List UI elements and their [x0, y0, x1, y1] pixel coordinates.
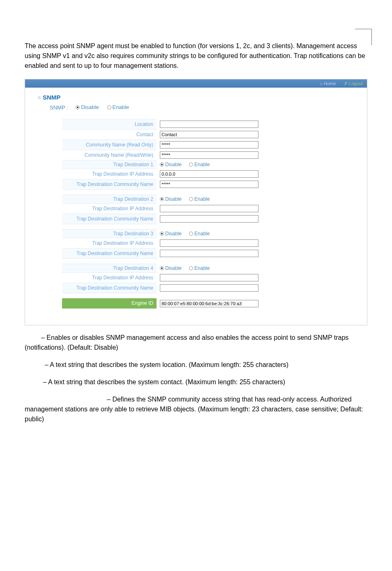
engine-id-input[interactable]: [160, 300, 258, 307]
location-label: Location: [62, 119, 157, 129]
desc-comm-ro: – Defines the SNMP community access stri…: [25, 395, 367, 424]
radio-icon: [160, 232, 164, 236]
radio-icon: [189, 232, 193, 236]
snmp-section: SNMP SNMP : Disable Enable Location Cont: [25, 88, 367, 325]
trap2-disable-radio[interactable]: Disable: [160, 196, 182, 202]
form-table-4: Trap Destination 4 Disable Enable Trap D…: [62, 264, 267, 293]
form-table-engine: Engine ID: [62, 298, 267, 309]
desc-snmp: – Enables or disables SNMP management ac…: [25, 333, 367, 353]
crop-mark: [355, 16, 380, 41]
comm-rw-label: Community Name (Read/Write): [62, 150, 157, 160]
trap2-label: Trap Destination 2: [62, 195, 157, 203]
trap2-comm-input[interactable]: [160, 215, 258, 223]
trap4-ip-input[interactable]: [160, 274, 258, 281]
intro-paragraph: The access point SNMP agent must be enab…: [25, 41, 367, 71]
comm-ro-input[interactable]: [160, 141, 258, 149]
trap3-ip-label: Trap Destination IP Address: [62, 238, 157, 248]
trap4-ip-label: Trap Destination IP Address: [62, 272, 157, 283]
trap3-comm-input[interactable]: [160, 250, 258, 257]
trap2-comm-label: Trap Destination Community Name: [62, 214, 157, 224]
contact-input[interactable]: [160, 131, 258, 138]
radio-icon: [189, 197, 193, 201]
trap4-comm-label: Trap Destination Community Name: [62, 283, 157, 293]
desc-contact: – A text string that describes the syste…: [25, 377, 367, 387]
trap3-ip-input[interactable]: [160, 239, 258, 247]
comm-ro-label: Community Name (Read Only): [62, 139, 157, 150]
logout-link[interactable]: ✗ Logout: [344, 81, 363, 86]
radio-icon: [189, 162, 193, 167]
home-link[interactable]: ⌂ Home: [320, 81, 336, 86]
engine-id-label: Engine ID: [62, 298, 157, 309]
trap1-label: Trap Destination 1: [62, 160, 157, 169]
radio-icon: [160, 162, 164, 167]
contact-label: Contact: [62, 129, 157, 139]
comm-rw-input[interactable]: [160, 151, 258, 159]
trap1-enable-radio[interactable]: Enable: [189, 162, 210, 167]
snmp-panel: ⌂ Home ✗ Logout SNMP SNMP : Disable Enab…: [25, 79, 367, 325]
trap1-comm-label: Trap Destination Community Name: [62, 179, 157, 189]
trap1-ip-label: Trap Destination IP Address: [62, 169, 157, 179]
form-table-3: Trap Destination 3 Disable Enable Trap D…: [62, 229, 267, 259]
snmp-enable-row: SNMP : Disable Enable: [50, 104, 355, 111]
radio-icon: [160, 266, 164, 270]
panel-topbar: ⌂ Home ✗ Logout: [25, 79, 367, 88]
trap2-ip-input[interactable]: [160, 205, 258, 212]
radio-icon: [189, 266, 193, 270]
radio-icon: [107, 105, 111, 109]
section-title: SNMP: [37, 94, 355, 101]
trap3-disable-radio[interactable]: Disable: [160, 231, 182, 237]
location-input[interactable]: [160, 121, 258, 128]
form-table-2: Trap Destination 2 Disable Enable Trap D…: [62, 195, 267, 224]
radio-icon: [76, 105, 80, 109]
trap2-enable-radio[interactable]: Enable: [189, 196, 210, 202]
form-area: Location Contact Community Name (Read On…: [62, 119, 355, 309]
trap2-ip-label: Trap Destination IP Address: [62, 203, 157, 214]
trap3-enable-radio[interactable]: Enable: [189, 231, 210, 237]
trap3-label: Trap Destination 3: [62, 229, 157, 238]
form-table-1: Location Contact Community Name (Read On…: [62, 119, 267, 190]
logout-icon: ✗: [344, 81, 348, 86]
trap1-ip-input[interactable]: [160, 170, 258, 178]
trap4-disable-radio[interactable]: Disable: [160, 265, 182, 271]
desc-location: – A text string that describes the syste…: [25, 360, 367, 370]
trap1-comm-input[interactable]: [160, 181, 258, 188]
trap4-enable-radio[interactable]: Enable: [189, 265, 210, 271]
trap4-label: Trap Destination 4: [62, 264, 157, 272]
trap4-comm-input[interactable]: [160, 284, 258, 292]
home-icon: ⌂: [320, 81, 323, 86]
snmp-disable-radio[interactable]: Disable: [76, 104, 99, 110]
trap3-comm-label: Trap Destination Community Name: [62, 248, 157, 258]
snmp-enable-radio[interactable]: Enable: [107, 104, 129, 110]
trap1-disable-radio[interactable]: Disable: [160, 162, 182, 167]
radio-icon: [160, 197, 164, 201]
